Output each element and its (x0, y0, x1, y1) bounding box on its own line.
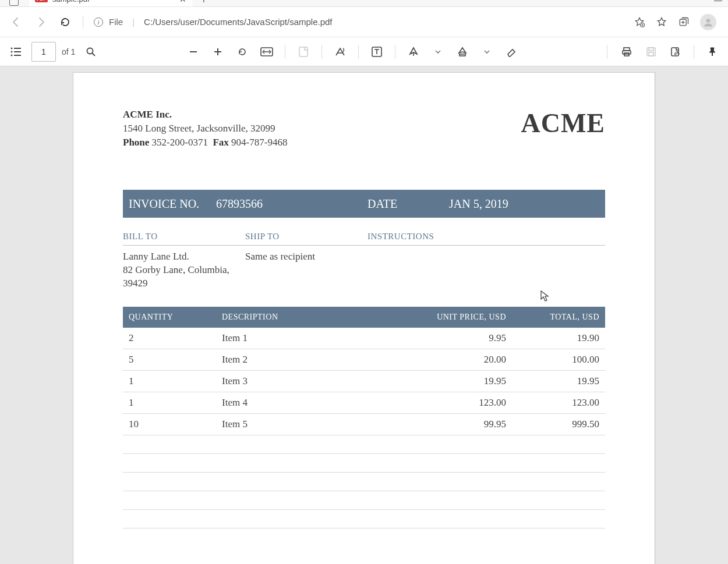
highlight-icon[interactable] (453, 42, 472, 62)
profile-button[interactable] (700, 14, 716, 30)
cell-qty: 1 (123, 392, 216, 414)
svg-rect-20 (623, 51, 631, 54)
save-as-icon[interactable] (666, 42, 685, 62)
svg-point-5 (11, 51, 13, 52)
cell-total: 19.95 (512, 371, 605, 392)
new-tab-button[interactable]: + (192, 0, 215, 6)
cell-total: 123.00 (512, 392, 605, 414)
cell-desc: Item 5 (216, 414, 407, 435)
address-bar: i File | C:/Users/user/Documents/JavaScr… (0, 7, 728, 37)
refresh-button[interactable] (56, 13, 75, 31)
forward-button[interactable] (31, 13, 50, 31)
col-unit: UNIT PRICE, USD (407, 307, 512, 328)
cell-unit: 19.95 (407, 371, 512, 392)
info-section: BILL TO SHIP TO INSTRUCTIONS Lanny Lane … (123, 232, 605, 290)
page-number-input[interactable] (31, 42, 56, 62)
table-row-empty (123, 454, 605, 473)
table-row-empty (123, 435, 605, 454)
instructions-label: INSTRUCTIONS (367, 232, 605, 245)
items-table: QUANTITY DESCRIPTION UNIT PRICE, USD TOT… (123, 307, 605, 528)
svg-rect-18 (460, 54, 465, 56)
pdf-toolbar: of 1 (0, 37, 728, 66)
fax-value: 904-787-9468 (231, 137, 287, 148)
favorites-icon[interactable] (656, 16, 667, 28)
svg-point-7 (11, 54, 13, 56)
cell-unit: 123.00 (407, 392, 512, 414)
cell-qty: 5 (123, 349, 216, 371)
svg-rect-6 (14, 51, 21, 52)
cell-desc: Item 3 (216, 371, 407, 392)
url-path: C:/Users/user/Documents/JavaScript/sampl… (144, 17, 332, 27)
add-text-icon[interactable] (367, 42, 387, 62)
table-row: 5Item 220.00100.00 (123, 349, 605, 371)
invoice-date-value: JAN 5, 2019 (449, 197, 508, 211)
instructions-value (367, 246, 605, 290)
svg-point-3 (11, 47, 13, 49)
read-aloud-icon[interactable] (330, 42, 350, 62)
cell-desc: Item 4 (216, 392, 407, 414)
cell-qty: 10 (123, 414, 216, 435)
tab-title: sample.pdf (52, 0, 90, 3)
collections-icon[interactable] (678, 16, 690, 28)
svg-rect-22 (647, 48, 655, 56)
cell-unit: 99.95 (407, 414, 512, 435)
back-button[interactable] (7, 13, 26, 31)
close-tab-button[interactable]: ✕ (179, 0, 186, 4)
phone-label: Phone (123, 137, 149, 148)
cell-desc: Item 2 (216, 349, 407, 371)
site-info-icon[interactable]: i (94, 17, 103, 27)
table-row: 1Item 4123.00123.00 (123, 392, 605, 414)
zoom-in-button[interactable] (208, 42, 228, 62)
table-row: 2Item 19.9519.90 (123, 328, 605, 349)
col-total: TOTAL, USD (512, 307, 605, 328)
rotate-icon[interactable] (232, 42, 252, 62)
col-desc: DESCRIPTION (216, 307, 407, 328)
find-icon[interactable] (81, 42, 101, 62)
svg-rect-24 (649, 52, 653, 56)
cell-desc: Item 1 (216, 328, 407, 349)
draw-icon[interactable] (404, 42, 423, 62)
table-row-empty (123, 473, 605, 491)
draw-dropdown-icon[interactable] (428, 42, 448, 62)
cell-total: 100.00 (512, 349, 605, 371)
svg-rect-4 (14, 48, 21, 49)
invoice-date-label: DATE (367, 197, 449, 211)
company-info: ACME Inc. 1540 Long Street, Jacksonville… (123, 108, 287, 149)
pin-toolbar-icon[interactable] (702, 42, 722, 62)
svg-point-9 (87, 48, 93, 54)
print-icon[interactable] (617, 42, 637, 62)
bill-to-label: BILL TO (123, 232, 239, 245)
table-row: 1Item 319.9519.95 (123, 371, 605, 392)
table-row: 10Item 599.95999.50 (123, 414, 605, 435)
erase-icon[interactable] (501, 42, 521, 62)
svg-line-10 (93, 53, 96, 56)
svg-rect-8 (14, 55, 21, 56)
table-row-empty (123, 491, 605, 510)
contents-icon[interactable] (6, 42, 26, 62)
browser-tab-strip: PDF sample.pdf ✕ + — (0, 0, 728, 7)
url-box[interactable]: i File | C:/Users/user/Documents/JavaScr… (91, 17, 628, 27)
fit-page-icon[interactable] (257, 42, 277, 62)
fax-label: Fax (213, 137, 228, 148)
tab-actions-icon[interactable] (9, 0, 19, 6)
pdf-page: ACME Inc. 1540 Long Street, Jacksonville… (73, 72, 655, 564)
cell-unit: 20.00 (407, 349, 512, 371)
company-name: ACME Inc. (123, 109, 172, 120)
invoice-header-bar: INVOICE NO. 67893566 DATE JAN 5, 2019 (123, 190, 605, 218)
invoice-no-label: INVOICE NO. (129, 197, 216, 211)
zoom-out-button[interactable] (183, 42, 203, 62)
company-logo: ACME (521, 108, 605, 139)
add-favorite-icon[interactable] (634, 16, 645, 28)
pdf-viewport[interactable]: ACME Inc. 1540 Long Street, Jacksonville… (0, 66, 728, 564)
svg-rect-23 (649, 48, 653, 51)
mouse-cursor-icon (540, 290, 550, 302)
url-scheme: File (109, 17, 123, 27)
page-view-icon[interactable] (294, 42, 313, 62)
col-qty: QUANTITY (123, 307, 216, 328)
save-icon[interactable] (641, 42, 661, 62)
highlight-dropdown-icon[interactable] (477, 42, 497, 62)
browser-tab[interactable]: PDF sample.pdf ✕ (29, 0, 192, 6)
window-minimize-button[interactable]: — (714, 0, 722, 5)
cell-total: 19.90 (512, 328, 605, 349)
cell-qty: 1 (123, 371, 216, 392)
